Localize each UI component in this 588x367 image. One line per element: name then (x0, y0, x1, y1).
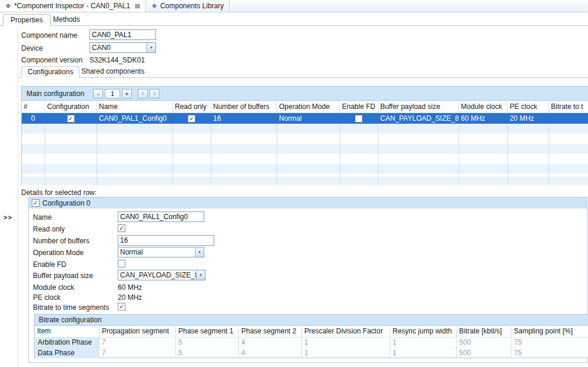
column-header: Enable FD (340, 100, 378, 113)
operation-mode-select[interactable]: Normal ▼ (118, 247, 204, 257)
editor-tab-bar: ❖ *Component Inspector - CAN0_PAL1 ⊠ ❖ C… (0, 0, 588, 12)
cell-configuration[interactable]: ✓ (45, 113, 97, 124)
component-name-input[interactable] (89, 29, 156, 40)
tab-shared-components[interactable]: Shared components (75, 66, 150, 78)
bitrate-cell[interactable]: 500 (456, 348, 511, 358)
bitrate-cell[interactable]: 1 (390, 337, 456, 348)
table-row-empty (22, 144, 588, 154)
tab-underline (18, 77, 588, 78)
configuration-group-label: Configuration 0 (42, 199, 90, 207)
bitrate-header: Bitrate configuration (34, 314, 588, 325)
enable-fd-label: Enable FD (33, 260, 67, 269)
table-row-empty (22, 164, 588, 174)
read-only-checkbox[interactable]: ✓ (118, 224, 125, 232)
tab-properties[interactable]: Properties (3, 14, 51, 26)
device-select-value: CAN0 (90, 44, 147, 52)
read-only-label: Read only (33, 225, 65, 233)
bitrate-column-header: Sampling point [%] (511, 325, 588, 337)
configuration-group-header: ✓ Configuration 0 (29, 197, 587, 209)
grid-line (456, 325, 457, 358)
grid-line (99, 325, 99, 358)
bitrate-column-header: Phase segment 1 (175, 325, 238, 337)
grid-line (238, 325, 239, 358)
component-name-label: Component name (21, 31, 77, 39)
bitrate-cell[interactable]: 1 (390, 348, 456, 358)
table-row-empty (22, 177, 588, 185)
grid-line (301, 325, 302, 358)
details-caption: Details for selected row: (21, 189, 97, 197)
configuration-checkbox[interactable]: ✓ (67, 115, 75, 123)
tab-label: Components Library (160, 2, 224, 10)
column-header: Buffer payload size (378, 100, 459, 113)
bitrate-column-header: Prescaler Division Factor (301, 325, 390, 337)
tab-methods[interactable]: Methods (46, 14, 87, 26)
buffer-payload-size-label: Buffer payload size (33, 272, 93, 280)
bitrate-to-time-segments-label: Bitrate to time segments (33, 303, 109, 312)
cell-pe-clock: 20 MHz (507, 113, 549, 124)
bitrate-cell[interactable]: 4 (238, 348, 301, 358)
column-header: Name (97, 100, 172, 113)
move-down-button[interactable]: ∨ (150, 89, 160, 98)
grid-line (390, 325, 390, 358)
column-header: Bitrate to t (549, 100, 588, 113)
tab-component-inspector[interactable]: ❖ *Component Inspector - CAN0_PAL1 ⊠ (0, 0, 146, 12)
bitrate-to-time-segments-checkbox[interactable]: ✓ (118, 303, 125, 310)
device-select[interactable]: CAN0 ▼ (89, 42, 156, 53)
row-count-input[interactable] (105, 89, 120, 98)
bitrate-cell[interactable]: 7 (99, 348, 175, 358)
chevron-down-icon: ▼ (196, 270, 205, 280)
bitrate-cell[interactable]: 75 (511, 337, 588, 348)
column-header: # (21, 100, 45, 113)
bitrate-cell[interactable]: 1 (301, 337, 390, 348)
collapsed-panel-toggle[interactable]: >> (4, 214, 12, 221)
cell-enable-fd[interactable] (340, 113, 378, 124)
operation-mode-label: Operation Mode (33, 249, 84, 257)
grid-line (511, 325, 511, 358)
view-tab-bar: Properties Methods (0, 12, 588, 26)
cell-read-only[interactable]: ✓ (172, 113, 211, 124)
cell-number-of-buffers[interactable]: 16 (211, 113, 277, 124)
table-row-empty (22, 124, 588, 134)
chevron-down-icon: ▼ (147, 43, 155, 52)
enable-fd-checkbox[interactable] (355, 115, 363, 123)
bitrate-cell[interactable]: 5 (175, 348, 238, 358)
bitrate-cell[interactable]: 4 (238, 337, 301, 348)
configuration-0-checkbox[interactable]: ✓ (32, 199, 39, 207)
bitrate-cell[interactable]: 7 (99, 337, 175, 348)
remove-row-button[interactable]: - (93, 89, 103, 98)
module-clock-label: Module clock (33, 283, 74, 292)
bitrate-column-header: Resync jump width (390, 325, 456, 337)
bitrate-cell[interactable]: 1 (301, 348, 390, 358)
pe-clock-value: 20 MHz (118, 293, 142, 302)
tab-configurations[interactable]: Configurations (21, 66, 79, 78)
add-row-button[interactable]: + (122, 89, 132, 98)
name-input[interactable] (118, 211, 204, 222)
bitrate-column-header: Propagation segment (99, 325, 175, 337)
section-title: Main configuration (26, 90, 84, 98)
column-header: Configuration (45, 100, 97, 113)
component-icon: ❖ (151, 2, 157, 10)
bitrate-cell[interactable]: 500 (456, 337, 511, 348)
enable-fd-checkbox[interactable] (118, 260, 125, 267)
cell-operation-mode[interactable]: Normal (277, 113, 340, 124)
component-icon: ❖ (5, 2, 11, 10)
name-label: Name (33, 213, 52, 221)
pe-clock-label: PE clock (33, 293, 61, 302)
close-icon[interactable]: ⊠ (135, 2, 140, 10)
read-only-checkbox[interactable]: ✓ (188, 115, 195, 123)
column-header: PE clock (507, 100, 549, 113)
move-up-button[interactable]: ∧ (138, 89, 148, 98)
bitrate-row-item: Arbitration Phase (35, 337, 99, 348)
cell-name[interactable]: CAN0_PAL1_Config0 (97, 113, 172, 124)
bitrate-cell[interactable]: 5 (175, 337, 238, 348)
cell-module-clock: 60 MHz (459, 113, 507, 124)
tab-label: *Component Inspector - CAN0_PAL1 (14, 2, 130, 10)
grid-line (175, 325, 176, 358)
cell-buffer-payload-size[interactable]: CAN_PAYLOAD_SIZE_8 (378, 113, 459, 124)
buffer-payload-size-select[interactable]: CAN_PAYLOAD_SIZE_8 ▼ (118, 270, 205, 280)
number-of-buffers-input[interactable] (118, 235, 214, 246)
bitrate-cell[interactable]: 75 (511, 348, 588, 358)
column-header: Number of buffers (211, 100, 277, 113)
bitrate-column-header: Bitrate [kbit/s] (456, 325, 511, 337)
tab-components-library[interactable]: ❖ Components Library (146, 0, 230, 12)
